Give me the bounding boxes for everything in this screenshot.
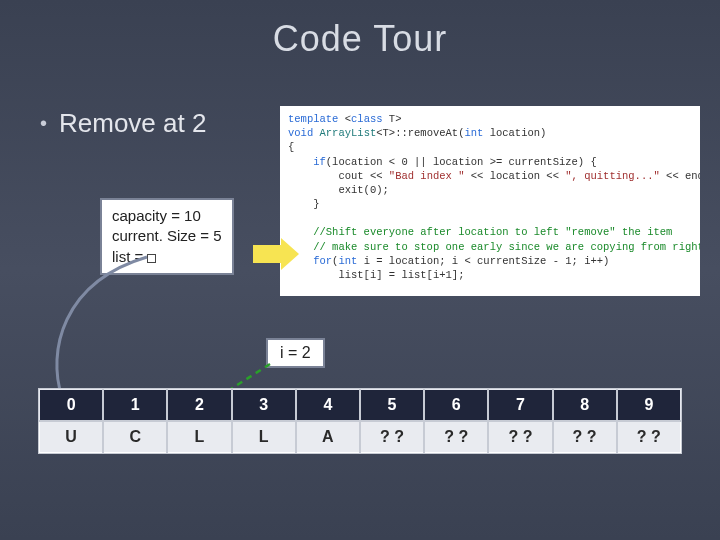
size-line: current. Size = 5 bbox=[112, 226, 222, 246]
cell: U bbox=[39, 421, 103, 453]
i-value-box: i = 2 bbox=[266, 338, 325, 368]
col-header: 7 bbox=[488, 389, 552, 421]
array-table: 0 1 2 3 4 5 6 7 8 9 U C L L A ? ? ? ? ? … bbox=[38, 388, 682, 454]
bullet-item: • Remove at 2 bbox=[40, 108, 206, 139]
cell: ? ? bbox=[360, 421, 424, 453]
col-header: 4 bbox=[296, 389, 360, 421]
col-header: 0 bbox=[39, 389, 103, 421]
state-info-box: capacity = 10 current. Size = 5 list = bbox=[100, 198, 234, 275]
highlight-arrow-icon bbox=[253, 238, 299, 270]
bullet-text: Remove at 2 bbox=[59, 108, 206, 139]
col-header: 5 bbox=[360, 389, 424, 421]
capacity-line: capacity = 10 bbox=[112, 206, 222, 226]
table-header-row: 0 1 2 3 4 5 6 7 8 9 bbox=[39, 389, 681, 421]
col-header: 3 bbox=[232, 389, 296, 421]
cell: ? ? bbox=[488, 421, 552, 453]
col-header: 8 bbox=[553, 389, 617, 421]
table-row: U C L L A ? ? ? ? ? ? ? ? ? ? bbox=[39, 421, 681, 453]
cell: C bbox=[103, 421, 167, 453]
bullet-dot-icon: • bbox=[40, 112, 47, 135]
col-header: 1 bbox=[103, 389, 167, 421]
cell: L bbox=[232, 421, 296, 453]
slide-title: Code Tour bbox=[0, 0, 720, 60]
col-header: 9 bbox=[617, 389, 681, 421]
cell: ? ? bbox=[617, 421, 681, 453]
pointer-box-icon bbox=[147, 254, 156, 263]
cell: ? ? bbox=[553, 421, 617, 453]
cell: A bbox=[296, 421, 360, 453]
list-line: list = bbox=[112, 247, 222, 267]
col-header: 2 bbox=[167, 389, 231, 421]
cell: L bbox=[167, 421, 231, 453]
col-header: 6 bbox=[424, 389, 488, 421]
cell: ? ? bbox=[424, 421, 488, 453]
code-snippet: template <class T> void ArrayList<T>::re… bbox=[280, 106, 700, 296]
